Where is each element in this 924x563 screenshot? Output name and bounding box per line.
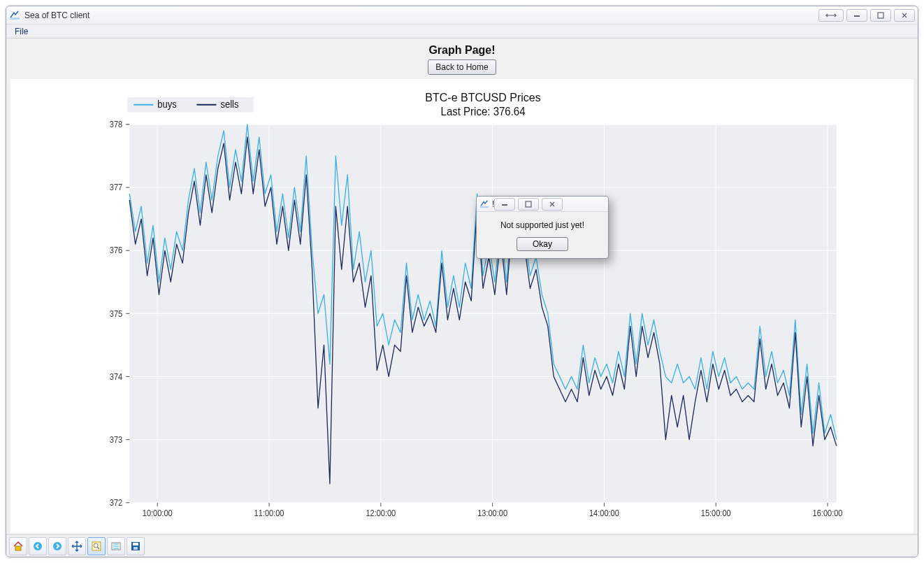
toolbar-zoom-button[interactable] — [87, 537, 106, 555]
dialog-minimize-button[interactable] — [494, 198, 515, 211]
svg-point-57 — [34, 542, 42, 550]
svg-point-58 — [53, 542, 62, 550]
svg-text:373: 373 — [110, 436, 122, 444]
svg-text:375: 375 — [110, 309, 122, 318]
dialog-app-icon — [479, 199, 489, 209]
figure-toolbar — [6, 534, 918, 557]
toolbar-configure-button[interactable] — [107, 537, 125, 555]
window-title: Sea of BTC client — [24, 10, 89, 20]
page-title: Graph Page! — [6, 38, 918, 59]
svg-text:sells: sells — [220, 99, 238, 111]
dialog-close-button[interactable] — [542, 198, 563, 211]
svg-text:374: 374 — [110, 372, 123, 380]
svg-text:372: 372 — [110, 499, 122, 507]
svg-rect-55 — [526, 201, 531, 207]
svg-rect-54 — [502, 204, 507, 206]
app-icon — [9, 10, 20, 21]
svg-text:buys: buys — [157, 99, 177, 111]
back-to-home-button[interactable]: Back to Home — [428, 59, 496, 75]
svg-text:13:00:00: 13:00:00 — [477, 509, 507, 518]
svg-text:377: 377 — [110, 183, 122, 192]
svg-text:11:00:00: 11:00:00 — [254, 509, 284, 518]
svg-text:378: 378 — [110, 120, 122, 129]
svg-rect-0 — [10, 17, 20, 20]
svg-text:15:00:00: 15:00:00 — [701, 509, 731, 518]
close-button[interactable] — [894, 9, 915, 22]
titlebar: Sea of BTC client — [6, 6, 918, 24]
toolbar-forward-button[interactable] — [48, 537, 66, 555]
svg-rect-2 — [878, 13, 883, 18]
app-window: Sea of BTC client File Graph Page! Back … — [6, 6, 918, 557]
svg-rect-53 — [480, 206, 489, 208]
dialog-maximize-button[interactable] — [518, 198, 539, 211]
svg-text:376: 376 — [110, 246, 122, 255]
svg-text:14:00:00: 14:00:00 — [589, 509, 619, 518]
minimize-button[interactable] — [846, 9, 867, 22]
svg-text:10:00:00: 10:00:00 — [143, 509, 173, 518]
dialog-message: Not supported just yet! — [484, 220, 601, 230]
svg-text:BTC-e BTCUSD Prices: BTC-e BTCUSD Prices — [425, 91, 540, 105]
svg-text:16:00:00: 16:00:00 — [813, 509, 843, 518]
svg-text:12:00:00: 12:00:00 — [366, 509, 396, 518]
toolbar-pan-button[interactable] — [68, 537, 86, 555]
menu-file[interactable]: File — [9, 25, 34, 38]
menubar: File — [6, 24, 918, 38]
content-area: Graph Page! Back to Home BTC-e BTCUSD Pr… — [6, 38, 918, 534]
alert-dialog: ! Not supported just yet! Okay — [476, 196, 609, 259]
toolbar-save-button[interactable] — [127, 537, 145, 555]
toolbar-home-button[interactable] — [9, 537, 27, 555]
price-chart: BTC-e BTCUSD PricesLast Price: 376.64372… — [10, 79, 914, 533]
svg-rect-56 — [15, 546, 21, 550]
chart-canvas: BTC-e BTCUSD PricesLast Price: 376.64372… — [10, 79, 914, 533]
svg-rect-64 — [133, 547, 138, 550]
toolbar-back-button[interactable] — [29, 537, 47, 555]
svg-rect-1 — [854, 15, 860, 17]
always-on-top-button[interactable] — [818, 9, 844, 22]
dialog-titlebar: ! — [477, 197, 608, 212]
dialog-ok-button[interactable]: Okay — [517, 237, 568, 251]
maximize-button[interactable] — [870, 9, 891, 22]
svg-rect-63 — [133, 543, 138, 546]
svg-text:Last Price: 376.64: Last Price: 376.64 — [441, 105, 526, 117]
